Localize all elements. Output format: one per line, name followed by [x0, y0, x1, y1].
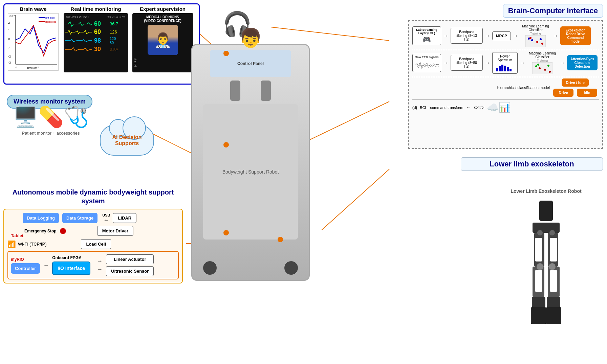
wifi-row: 📶 Wi-Fi (TCP/IP) Load Cell: [7, 239, 179, 249]
data-logging-btn: Data Logging: [23, 213, 59, 223]
autonomous-system-box: Autonomous mobile dynamic bodyweight sup…: [3, 188, 183, 357]
svg-point-39: [539, 67, 541, 69]
hierarchical-label: Hierarchical classification model: [497, 86, 550, 90]
emergency-label: Emergency Stop: [24, 229, 57, 233]
svg-text:1: 1: [52, 66, 54, 69]
monitor-screen: 00:22:11 23:22:5 RR 23.4 BPM 60 36.7 60 …: [64, 13, 128, 72]
svg-line-5: [322, 169, 389, 230]
cloud-shape: AI Decision Supports: [100, 125, 154, 156]
svg-point-30: [541, 43, 543, 45]
robot-body: Bodyweight Support Robot: [203, 104, 298, 240]
bci-bottom-row: (d) BCI – command transform ← control ☁️…: [412, 99, 599, 113]
lower-limb-title: Lower limb exoskeleton: [490, 160, 574, 168]
attention-box: Attention/Eyes Close/Idle Detection: [567, 55, 598, 70]
svg-point-43: [549, 71, 551, 73]
brain-wave-section: Brain wave 2 1 0 -1 -2 -3 0 0.5 1: [6, 6, 60, 82]
handles: [230, 81, 271, 101]
io-interface-btn: I/O Interface: [52, 261, 90, 275]
monitor-device-image: 🖥️💊🩺 Patient monitor + accessories: [10, 105, 91, 156]
robot-frame: Control Panel Bodyweight Support Robot: [191, 44, 310, 281]
brain-wave-title: Brain wave: [20, 6, 46, 12]
person-head: 👦: [239, 27, 262, 49]
arrow-4: →: [553, 33, 558, 39]
brain-wave-chart: 2 1 0 -1 -2 -3 0 0.5 1 ×10⁻³ Amplitude (…: [8, 13, 59, 71]
svg-point-54: [537, 263, 543, 270]
arrow-9: ←: [466, 105, 471, 111]
svg-rect-60: [535, 270, 542, 292]
arrow-5: →: [443, 60, 449, 66]
svg-point-26: [531, 39, 533, 41]
drive-box: Drive: [553, 89, 573, 97]
fpga-label: Onboard FPGA: [52, 255, 90, 260]
divider-1: [412, 50, 599, 50]
svg-point-56: [537, 230, 543, 235]
svg-point-27: [529, 37, 532, 39]
divider-2: [412, 77, 599, 77]
svg-point-28: [536, 41, 538, 43]
bci-row-1: Lab Streaming Layer (LSL) 🎮 → Bandpass f…: [412, 24, 599, 47]
svg-point-42: [547, 65, 549, 67]
svg-rect-50: [532, 297, 545, 307]
arrow-3: →: [513, 33, 518, 39]
motor-driver-box: Motor Driver: [97, 226, 133, 236]
bci-title: Brain-Computer Interface: [503, 4, 603, 18]
load-cell-box: Load Cell: [81, 239, 111, 249]
svg-rect-36: [510, 69, 512, 71]
expert-title: Expert supervision: [140, 6, 186, 12]
svg-rect-45: [533, 223, 560, 233]
autonomous-inner: Tablet Data Logging Data Storage USB ← L…: [3, 209, 183, 283]
center-person-robot: 👦 Control Panel Bodyweight Support Robot: [179, 27, 322, 348]
ml-label-1: Machine Learning Classifier Training: [520, 24, 551, 47]
svg-text:1: 1: [8, 28, 10, 32]
lsl-box: Lab Streaming Layer (LSL) 🎮: [412, 26, 441, 45]
dot-4: [278, 237, 283, 242]
ai-cloud-container: AI Decision Supports: [100, 125, 161, 166]
monitoring-box: Brain wave 2 1 0 -1 -2 -3 0 0.5 1: [3, 3, 200, 85]
controller-btn: Controller: [11, 263, 40, 274]
svg-text:-2: -2: [8, 55, 11, 58]
dot-3: [223, 230, 229, 235]
arrow-to-right: →: [97, 258, 103, 264]
exoskeleton-image: Lower Limb Exoskeleton Robot: [492, 176, 600, 345]
svg-rect-24: [525, 35, 546, 47]
ai-cloud-text: AI Decision Supports: [101, 134, 153, 146]
svg-text:×10⁻³: ×10⁻³: [9, 15, 15, 17]
svg-text:0: 0: [16, 66, 17, 69]
realtime-section: Real time monitoring 00:22:11 23:22:5 RR…: [62, 6, 130, 82]
emergency-stop-btn[interactable]: [60, 228, 66, 234]
bci-cloud-icon: ☁️📊: [487, 102, 511, 113]
svg-rect-59: [550, 238, 557, 261]
medical-opinions-label: MEDICAL OPINIONS(VIDEO CONFERENCE): [144, 15, 181, 23]
idle-box: Idle: [577, 89, 597, 97]
dot-1: [223, 51, 229, 56]
svg-point-55: [549, 263, 556, 270]
svg-rect-34: [504, 66, 506, 71]
svg-point-29: [540, 38, 542, 40]
tablet-label: Tablet: [11, 233, 23, 238]
monitor-row-3: 98 12080: [65, 37, 127, 45]
dot-2: [223, 142, 229, 147]
svg-rect-31: [496, 68, 498, 71]
monitor-row-1: 60 36.7: [65, 20, 127, 27]
monitor-row-2: 60 126: [65, 28, 127, 36]
val-3: 98: [94, 37, 108, 44]
myrio-fpga-section: myRIO Controller → Onboard FPGA I/O Inte…: [7, 251, 179, 279]
bandpass1-box: Bandpass filtering (8~13 Hz): [451, 28, 483, 44]
tablet-row: Tablet Data Logging Data Storage USB ← L…: [7, 213, 179, 223]
svg-rect-51: [547, 297, 560, 307]
svg-rect-33: [501, 65, 503, 71]
exo-robot-box: Exoskeleton Robot Drive Command model: [560, 26, 591, 45]
svg-point-57: [549, 230, 555, 235]
control-tablet: Control Panel: [210, 50, 291, 77]
emergency-row: Emergency Stop Motor Driver: [24, 226, 179, 236]
arrow-6: →: [485, 60, 490, 66]
svg-text:left side: left side: [45, 16, 55, 19]
svg-point-38: [535, 65, 537, 67]
robot-wheels: [203, 261, 298, 275]
arrow-1: →: [443, 33, 449, 39]
bci-row-2: Raw EEG signals → Bandpass filtering (8~…: [412, 51, 599, 74]
bandpass2-box: Bandpass filtering (8~50 Hz): [451, 55, 483, 71]
arrow-8: →: [560, 60, 565, 66]
svg-rect-44: [539, 201, 553, 221]
svg-rect-52: [531, 307, 546, 324]
